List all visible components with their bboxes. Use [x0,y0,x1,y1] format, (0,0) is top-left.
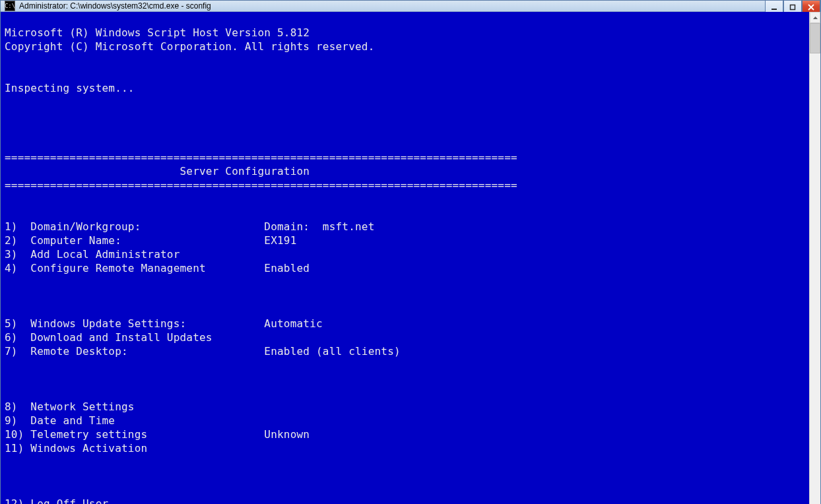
menu-line: 1) Domain/Workgroup: Domain: msft.net 2)… [5,220,374,274]
client-area: Microsoft (R) Windows Script Host Versio… [1,12,820,504]
menu-line: 5) Windows Update Settings: Automatic 6)… [5,317,401,358]
scroll-thumb[interactable] [810,23,820,53]
blank-line [5,372,809,386]
cmd-icon: C:\ [5,1,15,11]
cmd-window: C:\ Administrator: C:\windows\system32\c… [0,0,821,504]
header-line-2: Copyright (C) Microsoft Corporation. All… [5,40,374,53]
close-icon [808,4,814,11]
svg-rect-1 [791,5,795,9]
divider-top: ========================================… [5,151,517,164]
blank-line [5,469,809,483]
blank-line [5,95,809,109]
menu-group-3: 8) Network Settings 9) Date and Time 10)… [5,400,809,455]
blank-line [5,289,809,303]
console-output[interactable]: Microsoft (R) Windows Script Host Versio… [1,12,809,504]
vertical-scrollbar[interactable] [809,12,820,504]
titlebar[interactable]: C:\ Administrator: C:\windows\system32\c… [1,1,820,12]
scroll-up-button[interactable] [810,12,820,23]
menu-group-2: 5) Windows Update Settings: Automatic 6)… [5,317,809,358]
blank-line [5,53,809,67]
inspecting-line: Inspecting system... [5,82,135,94]
menu-line: 8) Network Settings 9) Date and Time 10)… [5,400,310,455]
header-line-1: Microsoft (R) Windows Script Host Versio… [5,26,310,39]
divider-bottom: ========================================… [5,179,517,191]
menu-group-4: 12) Log Off User 13) Restart Server 14) … [5,497,809,504]
blank-line [5,123,809,137]
svg-rect-0 [772,9,777,10]
chevron-up-icon [813,16,818,19]
minimize-icon [771,4,777,11]
scroll-track[interactable] [810,23,820,504]
maximize-icon [789,4,796,11]
window-title: Administrator: C:\windows\system32\cmd.e… [19,1,211,11]
menu-line: 12) Log Off User 13) Restart Server 14) … [5,497,264,504]
banner-title: Server Configuration [5,165,310,177]
menu-group-1: 1) Domain/Workgroup: Domain: msft.net 2)… [5,220,809,275]
blank-line [5,192,809,206]
